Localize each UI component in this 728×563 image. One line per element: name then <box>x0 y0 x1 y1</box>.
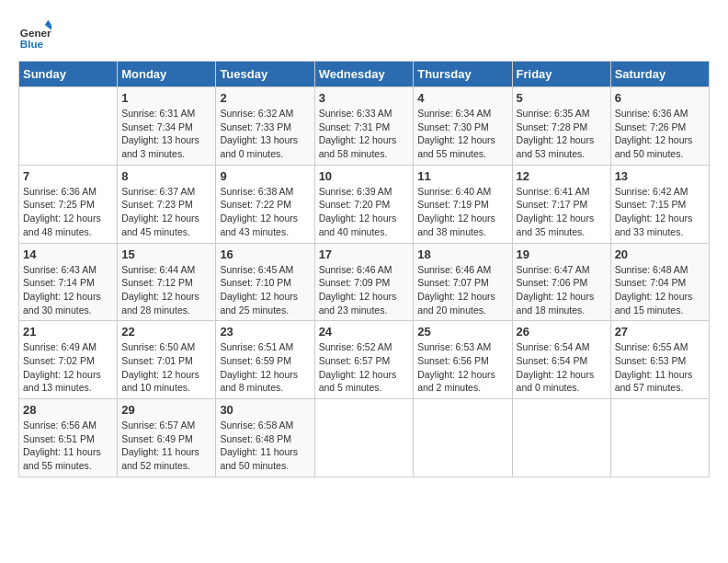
sunrise: Sunrise: 6:53 AM <box>417 341 491 352</box>
day-number: 17 <box>319 247 410 261</box>
sunrise: Sunrise: 6:32 AM <box>220 108 293 119</box>
svg-marker-2 <box>45 20 51 25</box>
cell-content: Sunrise: 6:34 AM Sunset: 7:30 PM Dayligh… <box>417 107 507 161</box>
day-number: 4 <box>417 91 507 105</box>
sunrise: Sunrise: 6:42 AM <box>615 186 688 197</box>
sunset: Sunset: 7:34 PM <box>121 121 193 132</box>
day-number: 26 <box>517 325 607 339</box>
day-number: 7 <box>23 169 113 183</box>
cell-content: Sunrise: 6:50 AM Sunset: 7:01 PM Dayligh… <box>121 340 211 395</box>
daylight: Daylight: 12 hours and 53 minutes. <box>517 134 595 159</box>
cell-content: Sunrise: 6:32 AM Sunset: 7:33 PM Dayligh… <box>220 107 310 161</box>
sunrise: Sunrise: 6:44 AM <box>121 264 195 275</box>
daylight: Daylight: 12 hours and 23 minutes. <box>319 291 397 316</box>
cell-content: Sunrise: 6:39 AM Sunset: 7:20 PM Dayligh… <box>319 185 410 239</box>
sunrise: Sunrise: 6:49 AM <box>23 341 97 352</box>
daylight: Daylight: 12 hours and 2 minutes. <box>417 369 495 394</box>
day-number: 13 <box>615 169 705 183</box>
daylight: Daylight: 12 hours and 28 minutes. <box>121 291 199 316</box>
day-cell: 21 Sunrise: 6:49 AM Sunset: 7:02 PM Dayl… <box>19 321 118 399</box>
cell-content: Sunrise: 6:53 AM Sunset: 6:56 PM Dayligh… <box>417 340 507 395</box>
day-cell: 16 Sunrise: 6:45 AM Sunset: 7:10 PM Dayl… <box>216 243 314 321</box>
day-cell: 24 Sunrise: 6:52 AM Sunset: 6:57 PM Dayl… <box>314 321 414 399</box>
daylight: Daylight: 12 hours and 8 minutes. <box>220 369 298 394</box>
day-number: 5 <box>517 91 607 105</box>
sunrise: Sunrise: 6:34 AM <box>417 108 491 119</box>
header-row: SundayMondayTuesdayWednesdayThursdayFrid… <box>19 62 710 87</box>
sunset: Sunset: 7:25 PM <box>23 199 95 210</box>
cell-content: Sunrise: 6:54 AM Sunset: 6:54 PM Dayligh… <box>517 340 607 395</box>
day-number: 8 <box>121 169 211 183</box>
cell-content: Sunrise: 6:57 AM Sunset: 6:49 PM Dayligh… <box>121 419 211 473</box>
daylight: Daylight: 12 hours and 48 minutes. <box>23 213 101 237</box>
daylight: Daylight: 12 hours and 33 minutes. <box>615 213 693 237</box>
sunrise: Sunrise: 6:55 AM <box>615 341 688 352</box>
day-number: 2 <box>220 91 310 105</box>
cell-content: Sunrise: 6:49 AM Sunset: 7:02 PM Dayligh… <box>23 340 113 395</box>
day-cell: 25 Sunrise: 6:53 AM Sunset: 6:56 PM Dayl… <box>414 321 512 399</box>
sunset: Sunset: 7:17 PM <box>517 199 588 210</box>
day-cell: 26 Sunrise: 6:54 AM Sunset: 6:54 PM Dayl… <box>512 321 610 399</box>
cell-content: Sunrise: 6:42 AM Sunset: 7:15 PM Dayligh… <box>615 185 705 239</box>
daylight: Daylight: 12 hours and 25 minutes. <box>220 291 298 316</box>
sunrise: Sunrise: 6:47 AM <box>517 264 590 275</box>
sunset: Sunset: 6:57 PM <box>319 355 391 366</box>
sunrise: Sunrise: 6:41 AM <box>517 186 590 197</box>
daylight: Daylight: 12 hours and 38 minutes. <box>417 213 495 237</box>
column-header-wednesday: Wednesday <box>314 62 414 87</box>
day-number: 15 <box>121 247 211 261</box>
day-number: 16 <box>220 247 310 261</box>
sunrise: Sunrise: 6:36 AM <box>615 108 688 119</box>
sunset: Sunset: 7:04 PM <box>615 277 687 288</box>
cell-content: Sunrise: 6:43 AM Sunset: 7:14 PM Dayligh… <box>23 263 113 317</box>
column-header-monday: Monday <box>118 62 216 87</box>
daylight: Daylight: 12 hours and 43 minutes. <box>220 213 298 237</box>
sunrise: Sunrise: 6:52 AM <box>319 341 392 352</box>
sunset: Sunset: 7:23 PM <box>121 199 193 210</box>
daylight: Daylight: 11 hours and 57 minutes. <box>615 369 693 394</box>
sunset: Sunset: 7:14 PM <box>23 277 95 288</box>
cell-content: Sunrise: 6:40 AM Sunset: 7:19 PM Dayligh… <box>417 185 507 239</box>
daylight: Daylight: 12 hours and 0 minutes. <box>517 369 595 394</box>
day-cell: 17 Sunrise: 6:46 AM Sunset: 7:09 PM Dayl… <box>314 243 414 321</box>
day-number: 22 <box>121 325 211 339</box>
day-cell <box>414 399 512 477</box>
daylight: Daylight: 11 hours and 52 minutes. <box>121 446 199 471</box>
day-number: 18 <box>417 247 507 261</box>
day-number: 29 <box>121 403 211 417</box>
cell-content: Sunrise: 6:51 AM Sunset: 6:59 PM Dayligh… <box>220 340 310 395</box>
cell-content: Sunrise: 6:48 AM Sunset: 7:04 PM Dayligh… <box>615 263 705 317</box>
sunrise: Sunrise: 6:36 AM <box>23 186 97 197</box>
day-number: 24 <box>319 325 410 339</box>
column-header-sunday: Sunday <box>19 62 118 87</box>
sunset: Sunset: 6:54 PM <box>517 355 588 366</box>
day-number: 28 <box>23 403 113 417</box>
cell-content: Sunrise: 6:36 AM Sunset: 7:25 PM Dayligh… <box>23 185 113 239</box>
cell-content: Sunrise: 6:56 AM Sunset: 6:51 PM Dayligh… <box>23 419 113 473</box>
sunset: Sunset: 7:07 PM <box>417 277 489 288</box>
day-number: 30 <box>220 403 310 417</box>
day-number: 25 <box>417 325 507 339</box>
day-cell: 6 Sunrise: 6:36 AM Sunset: 7:26 PM Dayli… <box>610 87 709 166</box>
sunrise: Sunrise: 6:43 AM <box>23 264 97 275</box>
daylight: Daylight: 13 hours and 3 minutes. <box>121 134 199 159</box>
cell-content: Sunrise: 6:58 AM Sunset: 6:48 PM Dayligh… <box>220 419 310 473</box>
day-cell: 18 Sunrise: 6:46 AM Sunset: 7:07 PM Dayl… <box>414 243 512 321</box>
day-cell: 23 Sunrise: 6:51 AM Sunset: 6:59 PM Dayl… <box>216 321 314 399</box>
day-cell: 29 Sunrise: 6:57 AM Sunset: 6:49 PM Dayl… <box>118 399 216 477</box>
day-number: 23 <box>220 325 310 339</box>
column-header-tuesday: Tuesday <box>216 62 314 87</box>
day-number: 12 <box>517 169 607 183</box>
cell-content: Sunrise: 6:55 AM Sunset: 6:53 PM Dayligh… <box>615 340 705 395</box>
sunrise: Sunrise: 6:31 AM <box>121 108 195 119</box>
day-number: 14 <box>23 247 113 261</box>
day-cell: 22 Sunrise: 6:50 AM Sunset: 7:01 PM Dayl… <box>118 321 216 399</box>
sunset: Sunset: 7:31 PM <box>319 121 391 132</box>
daylight: Daylight: 12 hours and 30 minutes. <box>23 291 101 316</box>
daylight: Daylight: 12 hours and 13 minutes. <box>23 369 101 394</box>
sunrise: Sunrise: 6:40 AM <box>417 186 491 197</box>
sunrise: Sunrise: 6:56 AM <box>23 419 97 431</box>
sunrise: Sunrise: 6:35 AM <box>517 108 590 119</box>
column-header-thursday: Thursday <box>414 62 512 87</box>
week-row-4: 21 Sunrise: 6:49 AM Sunset: 7:02 PM Dayl… <box>19 321 710 399</box>
